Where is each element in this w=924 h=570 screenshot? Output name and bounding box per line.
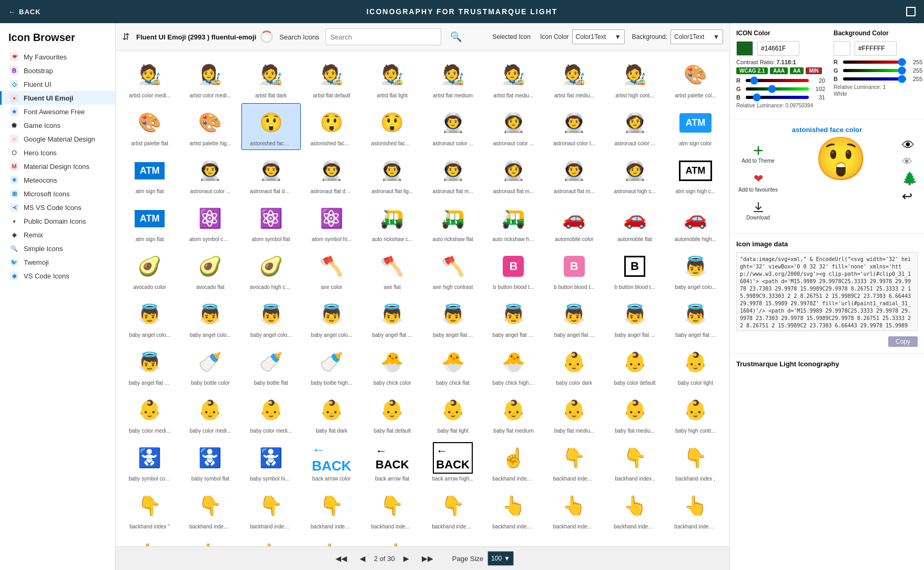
icon-cell[interactable]: 👩‍🚀 astronaut color ...	[605, 103, 664, 150]
icon-cell[interactable]: 👇 backhand index ,	[666, 438, 725, 485]
icon-cell[interactable]: 👩‍🚀 astronaut flat m...	[484, 151, 543, 198]
first-page-button[interactable]: ◀◀	[331, 552, 351, 565]
page-size-select[interactable]: 100 ▼	[488, 551, 514, 566]
icon-cell[interactable]: 👆 backhand index ...	[666, 486, 725, 533]
icon-cell[interactable]: 👶 baby flat mediu...	[605, 391, 664, 437]
icon-cell[interactable]: 🪓 axe high contrast	[423, 247, 483, 294]
icon-color-select[interactable]: Color1Text ▼	[572, 29, 625, 44]
bg-color-swatch[interactable]	[834, 41, 850, 56]
sidebar-item-twemoji[interactable]: 🐦 Twemoji	[0, 255, 115, 269]
icon-cell[interactable]: 👶 baby flat medium	[484, 391, 543, 437]
expand-icon[interactable]	[906, 7, 916, 16]
sidebar-item-meteocons[interactable]: ☀ Meteocons	[0, 173, 115, 187]
sidebar-item-simple-icons[interactable]: 🔍 Simple Icons	[0, 242, 115, 255]
icon-cell[interactable]: 👆 backhand index ...	[302, 534, 361, 546]
icon-cell[interactable]: 👼 baby angel colo...	[180, 295, 240, 342]
prev-page-button[interactable]: ◀	[356, 552, 370, 565]
icon-cell[interactable]: ⚛️ atom symbol col...	[180, 199, 240, 246]
sidebar-item-ms-vs-code[interactable]: ≺ MS VS Code Icons	[0, 201, 115, 214]
icon-cell[interactable]: 🧑‍🎨 artist flat default	[302, 55, 361, 102]
add-to-theme-button[interactable]: Add to Theme	[736, 142, 780, 166]
icon-cell[interactable]: 👆 backhand index ...	[484, 486, 543, 533]
icon-cell[interactable]: B b button blood t...	[605, 247, 664, 294]
icon-cell[interactable]: 🧑‍🎨 artist flat light	[362, 55, 422, 102]
icon-cell[interactable]: 🧑‍🎨 artist flat mediu...	[484, 55, 543, 102]
icon-cell[interactable]: 🧑‍🎨 artist high cont...	[605, 55, 664, 102]
icon-cell[interactable]: 👨‍🚀 astronaut color ...	[423, 103, 483, 150]
icon-cell[interactable]: 👆 backhand index ...	[180, 534, 240, 546]
icon-cell[interactable]: 🐣 baby chick high ...	[484, 343, 543, 389]
icon-cell[interactable]: 🛺 auto rickshaw flat	[423, 199, 483, 246]
icon-cell[interactable]: 👼 baby angel flat li...	[484, 295, 543, 342]
icon-cell[interactable]: 👶 baby flat default	[362, 391, 422, 437]
sidebar-item-google-material[interactable]: ○ Google Material Design	[0, 132, 115, 146]
icon-cell[interactable]: 👶 baby flat mediu...	[544, 391, 604, 437]
bg-color-hex-input[interactable]	[855, 41, 897, 56]
icon-cell[interactable]: ⚛️ atom symbol flat	[241, 199, 301, 246]
icon-cell[interactable]: 👨‍🚀 astronaut flat m...	[423, 151, 483, 198]
icon-cell[interactable]: 👩‍🎨 artist color medi...	[180, 55, 240, 102]
icon-cell[interactable]: 👇 backhand index ...	[423, 486, 483, 533]
icon-cell[interactable]: 👼 baby angel colo...	[120, 295, 179, 342]
icon-cell[interactable]: 🪓 axe color	[302, 247, 361, 294]
icon-cell[interactable]: 👨‍🚀 astronaut flat m...	[544, 151, 604, 198]
icon-color-hex-input[interactable]	[757, 41, 799, 56]
icon-cell[interactable]: 👼 baby angel flat ...	[362, 295, 422, 342]
icon-cell[interactable]: ☝️ backhand index ...	[362, 534, 422, 546]
icon-cell[interactable]: 👇 backhand index "	[120, 486, 179, 533]
icon-cell[interactable]: 😲 astonished face ...	[302, 103, 361, 150]
variant-eye-closed[interactable]: 👁	[902, 156, 918, 168]
icon-cell[interactable]: 🥑 avocado color	[120, 247, 179, 294]
icon-cell[interactable]: 😲 astonished face ...	[241, 103, 301, 150]
icon-cell[interactable]: 🧑‍🎨 artist color medi...	[120, 55, 179, 102]
icon-cell[interactable]: 🎨 artist palette col...	[666, 55, 725, 102]
icon-cell[interactable]: 👶 baby color medi...	[120, 391, 179, 437]
icon-cell[interactable]: 👼 baby angel colo...	[666, 247, 725, 294]
icon-cell[interactable]: ATM atm sign color	[666, 103, 725, 150]
icon-cell[interactable]: ← BACK back arrow color	[302, 438, 361, 485]
icon-cell[interactable]: 🍼 baby bottle flat	[241, 343, 301, 389]
icon-cell[interactable]: 👼 baby angel colo...	[241, 295, 301, 342]
icon-cell[interactable]: 🍼 baby bottle high...	[302, 343, 361, 389]
icon-cell[interactable]: 🧑‍🎨 artist flat mediu...	[544, 55, 604, 102]
icon-cell[interactable]: 👨‍🚀 astronaut flat da...	[241, 151, 301, 198]
icon-cell[interactable]: 🚗 automobile color	[544, 199, 604, 246]
icon-cell[interactable]: 👶 baby color default	[605, 343, 664, 389]
icon-cell[interactable]: 👼 baby angel flat ...	[666, 295, 725, 342]
sidebar-item-hero-icons[interactable]: ⬡ Hero Icons	[0, 146, 115, 159]
back-button[interactable]: ← BACK	[8, 8, 41, 16]
icon-cell[interactable]: 👼 baby angel flat ...	[423, 295, 483, 342]
icon-cell[interactable]: 🥑 avocado flat	[180, 247, 240, 294]
bg-g-slider[interactable]	[843, 69, 906, 72]
icon-cell[interactable]: ← BACK back arrow flat	[362, 438, 422, 485]
icon-cell[interactable]: 👇 backhand index ...	[544, 438, 604, 485]
icon-cell[interactable]: 👆 backhand index ...	[544, 486, 604, 533]
icon-cell[interactable]: 👶 baby high contr...	[666, 391, 725, 437]
add-to-favourites-button[interactable]: ❤ Add to favourites	[736, 170, 780, 195]
icon-cell[interactable]: 👶 baby flat dark	[302, 391, 361, 437]
icon-cell[interactable]: 👶 baby color light	[666, 343, 725, 389]
variant-arrow-right[interactable]: 🌲	[902, 171, 918, 186]
icon-cell[interactable]: 🛺 auto rickshaw hi...	[484, 199, 543, 246]
icon-cell[interactable]: 🚼 baby symbol high...	[241, 438, 301, 485]
b-slider[interactable]	[746, 96, 809, 99]
icon-cell[interactable]: 👇 backhand index ,	[605, 438, 664, 485]
icon-cell[interactable]: 👆 backhand index ...	[605, 486, 664, 533]
icon-cell[interactable]: 👨‍🚀 astronaut flat de...	[302, 151, 361, 198]
sidebar-item-my-favourites[interactable]: ❤ My Favourites	[0, 50, 115, 64]
icon-cell[interactable]: 👇 backhand index ...	[362, 486, 422, 533]
icon-cell[interactable]: ATM atm sign high c...	[666, 151, 725, 198]
icon-cell[interactable]: B b button blood t...	[544, 247, 604, 294]
icon-cell[interactable]: 🚼 baby symbol col...	[120, 438, 179, 485]
icon-cell[interactable]: ← BACK back arrow high...	[423, 438, 483, 485]
sidebar-item-bootstrap[interactable]: B Bootstrap	[0, 64, 115, 77]
sort-icon[interactable]: ⇵	[122, 31, 130, 43]
icon-cell[interactable]: 🎨 artist palette hig...	[180, 103, 240, 150]
sidebar-item-font-awesome[interactable]: ★ Font Awesome Free	[0, 105, 115, 118]
icon-cell[interactable]: 👇 backhand index ...	[302, 486, 361, 533]
sidebar-item-fluent-ui[interactable]: ◇ Fluent UI	[0, 77, 115, 91]
next-page-button[interactable]: ▶	[399, 552, 413, 565]
icon-cell[interactable]: 👼 baby angel colo...	[302, 295, 361, 342]
icon-cell[interactable]: 🚗 automobile flat	[605, 199, 664, 246]
icon-cell[interactable]: 👶 baby color medi...	[241, 391, 301, 437]
